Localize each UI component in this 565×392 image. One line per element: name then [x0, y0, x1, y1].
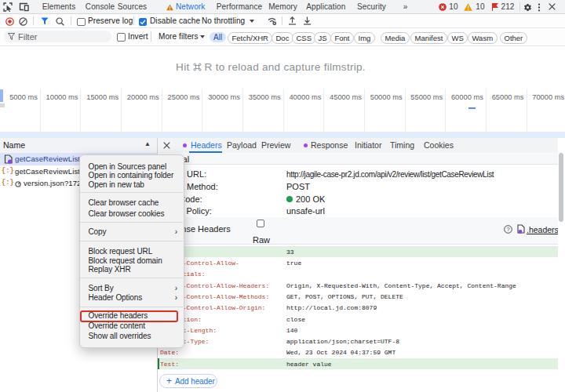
svg-text:?: ? [506, 226, 509, 233]
